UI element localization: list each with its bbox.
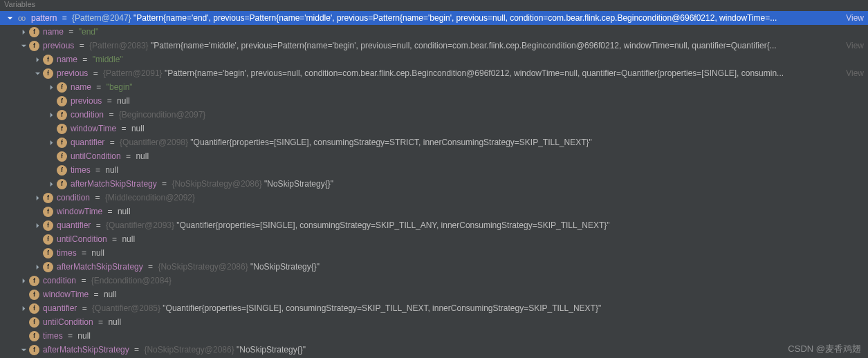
tree-row[interactable]: ftimes = null	[0, 246, 868, 260]
equals-sign: =	[119, 124, 129, 133]
row-content[interactable]: untilCondition = null	[57, 234, 868, 244]
tree-row[interactable]: funtilCondition = null	[0, 149, 868, 163]
tree-row[interactable]: fname = "end"	[0, 25, 868, 39]
row-content[interactable]: windowTime = null	[57, 207, 868, 216]
chevron-right-icon[interactable]	[19, 304, 28, 312]
row-content[interactable]: quantifier = {Quantifier@2098} "Quantifi…	[71, 138, 868, 147]
row-content[interactable]: condition = {Middlecondition@2092}	[57, 193, 868, 202]
variable-name: quantifier	[43, 303, 77, 313]
tree-row[interactable]: fquantifier = {Quantifier@2093} "Quantif…	[0, 218, 868, 232]
row-content[interactable]: afterMatchSkipStrategy = {NoSkipStrategy…	[71, 179, 868, 189]
tree-row[interactable]: fprevious = null	[0, 94, 868, 108]
null-value: null	[105, 165, 118, 175]
equals-sign: =	[79, 276, 89, 285]
row-content[interactable]: name = "end"	[43, 27, 868, 37]
row-content[interactable]: previous = {Pattern@2091} "Pattern{name=…	[57, 68, 843, 78]
row-content[interactable]: previous = {Pattern@2083} "Pattern{name=…	[43, 41, 843, 50]
row-content[interactable]: condition = {Begincondition@2097}	[71, 110, 868, 120]
object-ref: {Begincondition@2097}	[119, 110, 206, 120]
tree-row[interactable]: fprevious = {Pattern@2091} "Pattern{name…	[0, 66, 868, 80]
object-ref: {Quantifier@2085}	[92, 303, 160, 313]
row-content[interactable]: times = null	[43, 331, 868, 341]
variable-name: afterMatchSkipStrategy	[43, 345, 129, 355]
variable-name: windowTime	[57, 207, 102, 216]
variable-name: condition	[43, 276, 76, 285]
null-value: null	[91, 248, 104, 258]
view-link[interactable]: View	[846, 68, 864, 78]
tree-row[interactable]: fquantifier = {Quantifier@2098} "Quantif…	[0, 135, 868, 149]
chevron-down-icon[interactable]	[19, 346, 28, 354]
tree-row[interactable]: fcondition = {Begincondition@2097}	[0, 108, 868, 122]
chevron-right-icon[interactable]	[33, 194, 41, 202]
tree-row[interactable]: funtilCondition = null	[0, 315, 868, 329]
tree-row[interactable]: fprevious = {Pattern@2083} "Pattern{name…	[0, 39, 868, 53]
variable-name: windowTime	[71, 124, 116, 133]
field-icon: f	[43, 220, 53, 231]
row-content[interactable]: pattern = {Pattern@2047} "Pattern{name='…	[31, 13, 843, 23]
row-content[interactable]: windowTime = null	[71, 124, 868, 133]
field-icon: f	[29, 276, 39, 286]
chevron-down-icon[interactable]	[6, 14, 14, 22]
view-link[interactable]: View	[846, 41, 864, 50]
tree-row[interactable]: fcondition = {Middlecondition@2092}	[0, 191, 868, 205]
string-value: "middle"	[93, 55, 123, 64]
object-ref: {NoSkipStrategy@2086}	[144, 345, 234, 355]
row-content[interactable]: times = null	[71, 165, 868, 175]
tree-row[interactable]: fwindowTime = null	[0, 205, 868, 218]
tostring-value: "Quantifier{properties=[SINGLE], consumi…	[174, 220, 610, 230]
field-icon: f	[29, 303, 39, 314]
string-value: "end"	[79, 27, 99, 37]
equals-sign: =	[107, 110, 116, 120]
chevron-right-icon[interactable]	[19, 276, 28, 285]
chevron-right-icon[interactable]	[47, 83, 55, 91]
tree-row[interactable]: ftimes = null	[0, 163, 868, 177]
equals-sign: =	[80, 303, 89, 313]
field-icon: f	[57, 82, 67, 93]
row-content[interactable]: afterMatchSkipStrategy = {NoSkipStrategy…	[43, 345, 868, 355]
chevron-right-icon[interactable]	[47, 111, 55, 119]
row-content[interactable]: times = null	[57, 248, 868, 258]
field-icon: f	[29, 317, 39, 328]
variable-name: windowTime	[43, 290, 89, 299]
variables-tree[interactable]: oopattern = {Pattern@2047} "Pattern{name…	[0, 10, 868, 357]
row-content[interactable]: untilCondition = null	[71, 151, 868, 161]
tree-row[interactable]: fcondition = {Endcondition@2084}	[0, 274, 868, 288]
tree-row[interactable]: fafterMatchSkipStrategy = {NoSkipStrateg…	[0, 260, 868, 274]
tree-row[interactable]: oopattern = {Pattern@2047} "Pattern{name…	[0, 11, 868, 25]
row-content[interactable]: condition = {Endcondition@2084}	[43, 276, 868, 285]
row-content[interactable]: name = "begin"	[71, 82, 868, 92]
tree-row[interactable]: fafterMatchSkipStrategy = {NoSkipStrateg…	[0, 343, 868, 357]
null-value: null	[104, 290, 117, 299]
chevron-down-icon[interactable]	[33, 69, 41, 77]
row-content[interactable]: windowTime = null	[43, 290, 868, 299]
field-icon: f	[57, 151, 67, 162]
row-content[interactable]: untilCondition = null	[43, 317, 868, 327]
tree-row[interactable]: fname = "middle"	[0, 53, 868, 66]
view-link[interactable]: View	[846, 13, 864, 23]
chevron-right-icon[interactable]	[33, 221, 41, 229]
null-value: null	[118, 207, 131, 216]
tree-row[interactable]: fname = "begin"	[0, 80, 868, 94]
chevron-right-icon[interactable]	[47, 180, 55, 188]
variable-name: times	[43, 331, 63, 341]
tree-row[interactable]: funtilCondition = null	[0, 232, 868, 246]
equals-sign: =	[91, 290, 101, 299]
row-content[interactable]: quantifier = {Quantifier@2085} "Quantifi…	[43, 303, 868, 313]
tree-row[interactable]: ftimes = null	[0, 329, 868, 343]
chevron-right-icon[interactable]	[19, 28, 28, 36]
chevron-right-icon[interactable]	[33, 263, 41, 271]
row-content[interactable]: quantifier = {Quantifier@2093} "Quantifi…	[57, 220, 868, 230]
tree-row[interactable]: fwindowTime = null	[0, 288, 868, 301]
chevron-right-icon[interactable]	[47, 138, 55, 147]
chevron-right-icon[interactable]	[33, 55, 41, 64]
chevron-down-icon[interactable]	[19, 41, 28, 50]
tostring-value: "Quantifier{properties=[SINGLE], consumi…	[160, 303, 601, 313]
row-content[interactable]: previous = null	[71, 96, 868, 106]
row-content[interactable]: afterMatchSkipStrategy = {NoSkipStrategy…	[57, 262, 868, 272]
tree-row[interactable]: fafterMatchSkipStrategy = {NoSkipStrateg…	[0, 177, 868, 191]
tree-row[interactable]: fwindowTime = null	[0, 122, 868, 135]
field-icon: f	[29, 27, 39, 37]
tree-row[interactable]: fquantifier = {Quantifier@2085} "Quantif…	[0, 301, 868, 315]
row-content[interactable]: name = "middle"	[57, 55, 868, 64]
field-icon: f	[29, 290, 39, 300]
